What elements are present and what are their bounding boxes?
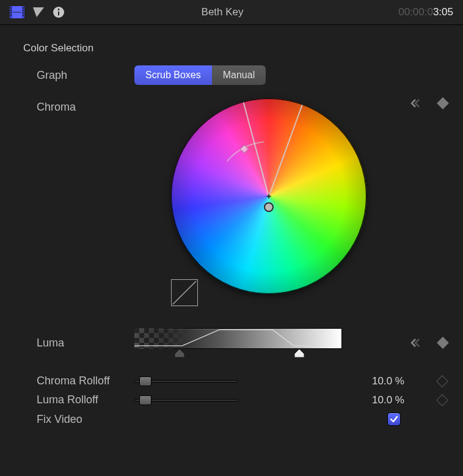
row-luma: Luma [18,324,453,361]
section-header[interactable]: Color Selection [18,42,453,54]
row-chroma-rolloff: Chroma Rolloff 10.0 % [18,375,453,387]
luma-handle-low[interactable] [175,349,184,357]
svg-rect-10 [23,12,24,13]
row-graph: Graph Scrub Boxes Manual [18,65,453,85]
svg-rect-6 [10,12,12,13]
chroma-keyframe-button[interactable] [437,97,449,109]
svg-rect-7 [10,15,12,16]
chroma-curve-button[interactable] [171,279,198,306]
svg-rect-4 [10,7,12,9]
svg-rect-8 [23,7,24,9]
graph-mode-manual[interactable]: Manual [212,65,266,85]
graph-mode-segmented[interactable]: Scrub Boxes Manual [134,65,266,85]
row-fix-video: Fix Video [18,412,453,426]
luma-rolloff-value[interactable]: 10.0 % [257,394,417,406]
luma-reset-button[interactable] [408,338,420,348]
triangle-tool-icon[interactable] [32,6,45,18]
chroma-reset-button[interactable] [408,98,420,108]
film-icon[interactable] [10,6,24,18]
svg-rect-5 [10,10,12,11]
clip-title: Beth Key [65,6,398,18]
chroma-rolloff-thumb[interactable] [139,376,151,386]
luma-handle-high[interactable] [294,349,304,357]
fix-video-checkbox[interactable] [387,412,401,426]
chroma-crosshair-icon: + [266,191,271,201]
timecode-value: 3:05 [433,6,453,18]
luma-keyframe-button[interactable] [437,337,449,349]
luma-rolloff-label: Luma Rolloff [18,394,134,406]
svg-rect-9 [23,10,24,11]
chroma-rolloff-value[interactable]: 10.0 % [257,375,417,387]
luma-transparency-checker [134,328,189,349]
fix-video-label: Fix Video [18,413,134,426]
chroma-rolloff-label: Chroma Rolloff [18,375,134,387]
checkmark-icon [390,415,398,423]
luma-rolloff-slider[interactable] [134,395,238,405]
chroma-rolloff-keyframe-button[interactable] [437,376,448,386]
info-icon[interactable] [53,6,65,18]
svg-rect-12 [13,12,21,13]
chroma-label: Chroma [18,98,134,114]
row-chroma: Chroma + [18,98,453,294]
inspector-header: Beth Key 00:00:03:05 [0,0,463,24]
svg-point-15 [58,9,60,10]
svg-rect-14 [58,12,59,16]
svg-rect-11 [23,15,24,16]
section-title: Color Selection [23,42,93,54]
luma-rolloff-keyframe-button[interactable] [437,395,448,405]
row-luma-rolloff: Luma Rolloff 10.0 % [18,394,453,406]
chroma-rolloff-slider[interactable] [134,376,238,386]
luma-label: Luma [18,337,134,350]
graph-label: Graph [18,69,134,82]
graph-mode-scrub-boxes[interactable]: Scrub Boxes [134,65,212,85]
luma-rolloff-thumb[interactable] [139,395,151,405]
timecode-display: 00:00:03:05 [398,6,453,18]
luma-range-control[interactable] [134,324,342,361]
timecode-prefix: 00:00:0 [398,6,433,18]
chroma-center-handle[interactable] [264,202,274,212]
